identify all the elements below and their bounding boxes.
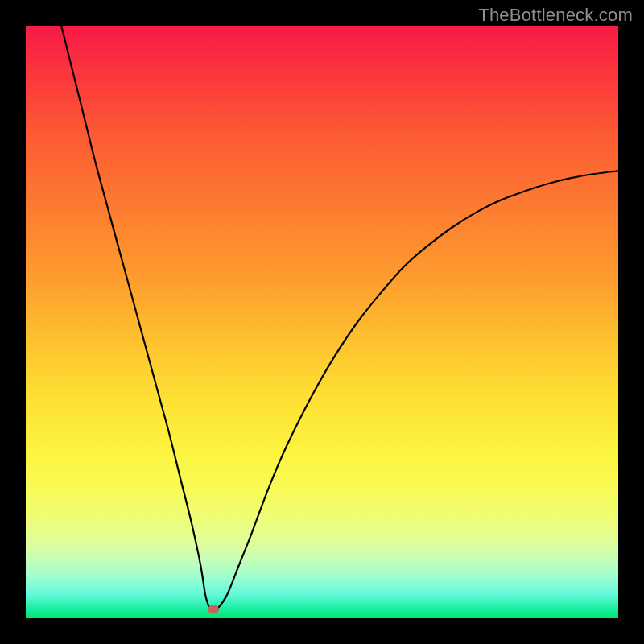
chart-frame: TheBottleneck.com	[0, 0, 644, 644]
watermark-text: TheBottleneck.com	[478, 5, 633, 26]
bottleneck-curve	[61, 26, 618, 609]
plot-area	[26, 26, 618, 618]
minimum-marker	[208, 605, 219, 613]
curve-svg	[26, 26, 618, 618]
